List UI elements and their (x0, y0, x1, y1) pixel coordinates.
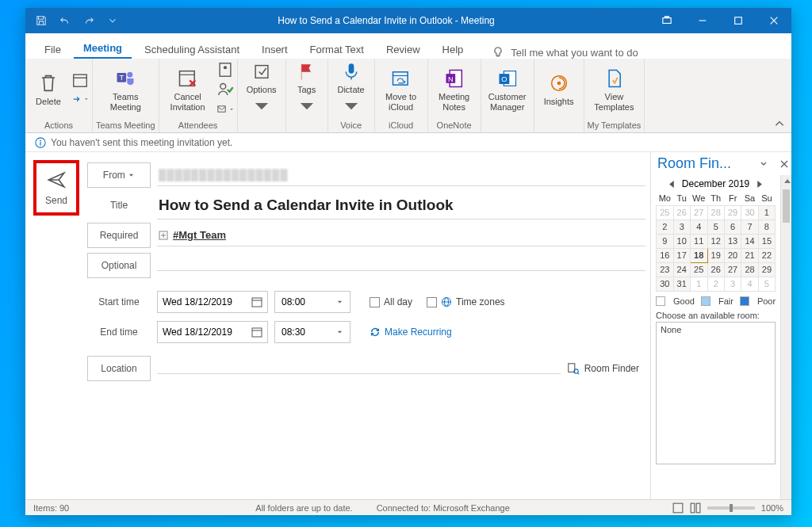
tab-meeting[interactable]: Meeting (74, 37, 132, 59)
calendar-day[interactable]: 3 (724, 277, 741, 291)
tab-file[interactable]: File (35, 39, 71, 59)
close-icon[interactable] (756, 8, 791, 33)
calendar-day[interactable]: 11 (690, 234, 707, 248)
response-options-icon[interactable] (216, 101, 234, 118)
tell-me-search[interactable]: Tell me what you want to do (476, 46, 638, 59)
tab-insert[interactable]: Insert (252, 39, 297, 59)
calendar-day[interactable]: 1 (690, 277, 707, 291)
tab-review[interactable]: Review (377, 39, 430, 59)
calendar-day[interactable]: 24 (673, 262, 690, 277)
subject-input[interactable]: How to Send a Calendar Invite in Outlook (157, 192, 645, 220)
meeting-notes-button[interactable]: N Meeting Notes (431, 61, 477, 118)
send-button[interactable]: Send (33, 160, 79, 216)
prev-month-icon[interactable] (668, 181, 676, 188)
options-button[interactable]: Options (241, 61, 282, 118)
calendar-day[interactable]: 25 (690, 262, 707, 277)
next-month-icon[interactable] (756, 181, 763, 188)
save-icon[interactable] (30, 10, 52, 32)
required-field[interactable]: #Mgt Team (157, 224, 645, 246)
calendar-day[interactable]: 3 (673, 220, 690, 234)
undo-icon[interactable] (54, 10, 76, 32)
calendar-day[interactable]: 5 (707, 220, 724, 234)
calendar-day[interactable]: 19 (707, 248, 724, 262)
calendar-day[interactable]: 16 (657, 248, 674, 262)
calendar-day[interactable]: 23 (657, 262, 674, 277)
calendar-day[interactable]: 26 (673, 205, 690, 220)
calendar-day[interactable]: 2 (707, 277, 724, 291)
calendar-day[interactable]: 1 (758, 205, 775, 220)
dictate-button[interactable]: Dictate (331, 61, 371, 118)
zoom-slider[interactable] (707, 506, 755, 510)
calendar-day[interactable]: 22 (758, 248, 775, 262)
required-button[interactable]: Required (87, 223, 151, 248)
start-time-picker[interactable]: 08:00 (274, 291, 350, 313)
tab-help[interactable]: Help (433, 39, 473, 59)
move-icloud-button[interactable]: Move to iCloud (378, 61, 424, 118)
view-templates-button[interactable]: View Templates (591, 61, 637, 118)
calendar-day[interactable]: 4 (690, 220, 707, 234)
end-time-picker[interactable]: 08:30 (274, 321, 350, 343)
calendar-day[interactable]: 7 (741, 220, 758, 234)
check-names-icon[interactable] (216, 81, 234, 98)
calendar-day[interactable]: 21 (741, 248, 758, 262)
room-finder-scrollbar[interactable] (780, 175, 791, 515)
calendar-day[interactable]: 28 (707, 205, 724, 220)
calendar-day[interactable]: 12 (707, 234, 724, 248)
available-room-list[interactable]: None (656, 322, 776, 464)
view-reading-icon[interactable] (690, 502, 701, 514)
teams-meeting-button[interactable]: T Teams Meeting (102, 61, 148, 118)
cancel-invitation-button[interactable]: Cancel Invitation (163, 61, 213, 118)
end-date-picker[interactable]: Wed 18/12/2019 (157, 321, 268, 343)
calendar-day[interactable]: 14 (741, 234, 758, 248)
from-field[interactable]: ████████████████ (157, 164, 645, 186)
calendar-day[interactable]: 25 (657, 205, 674, 220)
calendar-day[interactable]: 9 (657, 234, 674, 248)
start-date-picker[interactable]: Wed 18/12/2019 (157, 291, 268, 313)
qa-dropdown-icon[interactable] (102, 10, 124, 32)
tab-scheduling[interactable]: Scheduling Assistant (135, 39, 249, 59)
maximize-icon[interactable] (720, 8, 756, 33)
calendar-day[interactable]: 30 (657, 277, 674, 291)
collapse-ribbon-icon[interactable] (774, 118, 785, 129)
pane-menu-icon[interactable] (760, 160, 768, 168)
calendar-day[interactable]: 28 (741, 262, 758, 277)
from-button[interactable]: From (87, 162, 151, 188)
tab-format[interactable]: Format Text (301, 39, 373, 59)
calendar-day[interactable]: 5 (758, 277, 775, 291)
calendar-day[interactable]: 20 (724, 248, 741, 262)
calendar-day[interactable]: 18 (690, 248, 707, 262)
calendar-day[interactable]: 27 (724, 262, 741, 277)
view-normal-icon[interactable] (672, 502, 684, 514)
location-button[interactable]: Location (87, 356, 151, 381)
calendar-day[interactable]: 17 (673, 248, 690, 262)
calendar-day[interactable]: 31 (673, 277, 690, 291)
calendar-day[interactable]: 10 (673, 234, 690, 248)
calendar-day[interactable]: 6 (724, 220, 741, 234)
calendar-day[interactable]: 26 (707, 262, 724, 277)
calendar-small-icon[interactable] (71, 71, 89, 89)
calendar-day[interactable]: 27 (690, 205, 707, 220)
customer-manager-button[interactable]: O Customer Manager (485, 61, 530, 118)
calendar-day[interactable]: 13 (724, 234, 741, 248)
minimize-icon[interactable] (684, 8, 720, 33)
mini-calendar[interactable]: MoTuWeThFrSaSu 2526272829301234567891011… (656, 191, 776, 292)
calendar-day[interactable]: 30 (741, 205, 758, 220)
calendar-day[interactable]: 29 (724, 205, 741, 220)
room-finder-link[interactable]: Room Finder (567, 362, 639, 375)
all-day-checkbox[interactable]: All day (370, 296, 412, 307)
redo-icon[interactable] (78, 10, 100, 32)
optional-button[interactable]: Optional (87, 253, 151, 278)
address-book-icon[interactable] (216, 61, 234, 78)
calendar-day[interactable]: 8 (758, 220, 775, 234)
optional-field[interactable] (157, 261, 645, 271)
insights-button[interactable]: Insights (538, 61, 580, 118)
calendar-day[interactable]: 4 (741, 277, 758, 291)
delete-button[interactable]: Delete (29, 61, 68, 118)
calendar-day[interactable]: 15 (758, 234, 775, 248)
tags-button[interactable]: Tags (289, 61, 324, 118)
calendar-day[interactable]: 2 (657, 220, 674, 234)
pane-close-icon[interactable] (780, 160, 788, 168)
make-recurring-link[interactable]: Make Recurring (370, 327, 452, 338)
zoom-level[interactable]: 100% (761, 503, 783, 513)
calendar-day[interactable]: 29 (758, 262, 775, 277)
